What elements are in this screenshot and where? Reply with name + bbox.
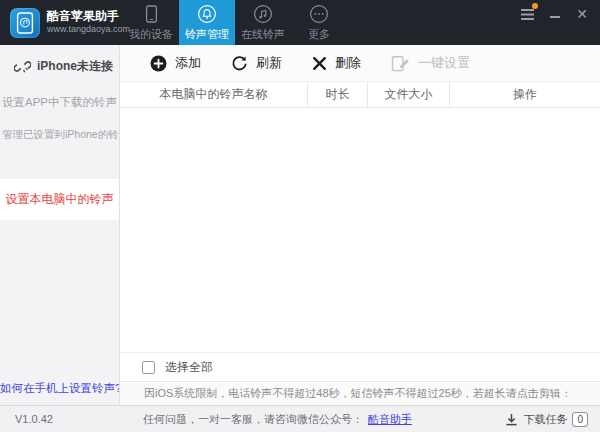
version-label: V1.0.42 bbox=[15, 413, 123, 425]
column-header-filesize[interactable]: 文件大小 bbox=[368, 82, 450, 107]
sidebar-item-iphone-ringtones[interactable]: 管理已设置到iPhone的铃声 bbox=[0, 119, 119, 151]
download-tasks-label: 下载任务 bbox=[523, 412, 567, 427]
close-button[interactable]: ✕ bbox=[576, 7, 588, 21]
toolbar: 添加 刷新 删除 bbox=[120, 45, 600, 82]
download-icon bbox=[505, 413, 518, 426]
device-phone-icon bbox=[145, 4, 158, 24]
bell-circle-icon bbox=[197, 4, 217, 24]
minimize-button[interactable] bbox=[550, 7, 560, 21]
refresh-label: 刷新 bbox=[256, 54, 282, 72]
phone-music-icon bbox=[16, 12, 34, 34]
help-link[interactable]: 如何在手机上设置铃声? bbox=[0, 381, 119, 396]
column-header-duration[interactable]: 时长 bbox=[308, 82, 368, 107]
connection-status: iPhone未连接 bbox=[0, 45, 119, 86]
main-nav: 我的设备 铃声管理 在线铃声 更多 bbox=[123, 0, 347, 45]
hamburger-icon bbox=[521, 9, 534, 20]
tab-more[interactable]: 更多 bbox=[291, 0, 347, 45]
notification-dot bbox=[532, 3, 538, 9]
music-circle-icon bbox=[253, 4, 273, 24]
delete-x-icon bbox=[312, 56, 327, 71]
delete-button[interactable]: 删除 bbox=[312, 54, 361, 72]
support-info: 任何问题，一对一客服，请咨询微信公众号： 酷音助手 bbox=[143, 412, 412, 427]
tab-label: 在线铃声 bbox=[241, 27, 285, 42]
download-count-badge: 0 bbox=[572, 412, 588, 427]
tab-label: 我的设备 bbox=[129, 27, 173, 42]
wechat-account-link[interactable]: 酷音助手 bbox=[368, 412, 412, 427]
app-name: 酷音苹果助手 bbox=[47, 9, 130, 24]
select-all-label: 选择全部 bbox=[165, 359, 213, 376]
main-panel: 添加 刷新 删除 bbox=[120, 45, 600, 405]
sidebar-item-app-ringtones[interactable]: 设置APP中下载的铃声 bbox=[0, 86, 119, 119]
tab-label: 铃声管理 bbox=[185, 27, 229, 42]
app-title-block: 酷音苹果助手 www.tangdaoya.com bbox=[47, 9, 130, 35]
connection-status-label: iPhone未连接 bbox=[37, 58, 113, 75]
ringtone-table-body bbox=[120, 108, 600, 352]
add-icon bbox=[150, 55, 167, 72]
add-label: 添加 bbox=[175, 54, 201, 72]
select-all-checkbox[interactable] bbox=[142, 361, 155, 374]
close-icon: ✕ bbox=[576, 7, 588, 21]
menu-button[interactable] bbox=[521, 7, 534, 21]
ios-limit-notice: 因iOS系统限制，电话铃声不得超过48秒，短信铃声不得超过25秒，若超长请点击剪… bbox=[120, 381, 600, 405]
one-click-set-button[interactable]: 一键设置 bbox=[391, 54, 470, 72]
select-all-row: 选择全部 bbox=[120, 352, 600, 381]
content-area: iPhone未连接 设置APP中下载的铃声 管理已设置到iPhone的铃声 设置… bbox=[0, 45, 600, 405]
sidebar-item-local-ringtones[interactable]: 设置本电脑中的铃声 bbox=[0, 179, 119, 220]
refresh-button[interactable]: 刷新 bbox=[231, 54, 282, 72]
download-tasks-button[interactable]: 下载任务 0 bbox=[505, 412, 588, 427]
app-logo-area: 酷音苹果助手 www.tangdaoya.com bbox=[0, 0, 123, 45]
window-controls: ✕ bbox=[521, 7, 588, 21]
more-ellipsis-icon bbox=[309, 4, 329, 24]
status-bar: V1.0.42 任何问题，一对一客服，请咨询微信公众号： 酷音助手 下载任务 0 bbox=[0, 405, 600, 432]
app-logo-icon bbox=[10, 8, 40, 38]
column-header-name[interactable]: 本电脑中的铃声名称 bbox=[120, 82, 308, 107]
app-window: 酷音苹果助手 www.tangdaoya.com 我的设备 铃声管理 bbox=[0, 0, 600, 432]
add-button[interactable]: 添加 bbox=[150, 54, 201, 72]
delete-label: 删除 bbox=[335, 54, 361, 72]
tab-label: 更多 bbox=[308, 27, 330, 42]
tab-online-ringtones[interactable]: 在线铃声 bbox=[235, 0, 291, 45]
refresh-icon bbox=[231, 55, 248, 72]
ios-limit-notice-text: 因iOS系统限制，电话铃声不得超过48秒，短信铃声不得超过25秒，若超长请点击剪… bbox=[144, 386, 572, 401]
minimize-icon bbox=[550, 16, 560, 18]
app-url: www.tangdaoya.com bbox=[47, 24, 130, 35]
tab-ringtone-manage[interactable]: 铃声管理 bbox=[179, 0, 235, 45]
title-bar: 酷音苹果助手 www.tangdaoya.com 我的设备 铃声管理 bbox=[0, 0, 600, 45]
phone-edit-icon bbox=[391, 55, 410, 72]
tab-my-devices[interactable]: 我的设备 bbox=[123, 0, 179, 45]
one-click-set-label: 一键设置 bbox=[418, 54, 470, 72]
support-text: 任何问题，一对一客服，请咨询微信公众号： bbox=[143, 412, 363, 427]
sidebar: iPhone未连接 设置APP中下载的铃声 管理已设置到iPhone的铃声 设置… bbox=[0, 45, 120, 405]
ringtone-table-header: 本电脑中的铃声名称 时长 文件大小 操作 bbox=[120, 82, 600, 108]
disconnected-link-icon bbox=[14, 59, 31, 74]
column-header-action[interactable]: 操作 bbox=[450, 82, 600, 107]
